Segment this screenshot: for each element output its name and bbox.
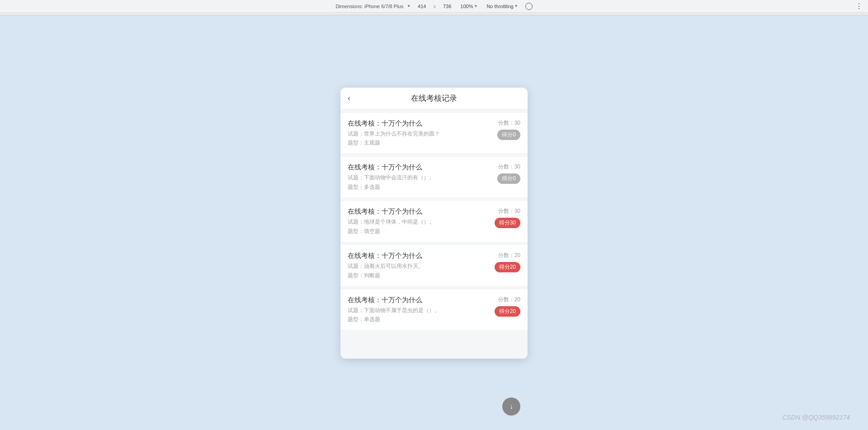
throttle-caret: ▼ bbox=[514, 4, 518, 8]
score-badge: 得分0 bbox=[497, 130, 520, 140]
height-display[interactable]: 736 bbox=[441, 3, 453, 10]
ruler-bar bbox=[0, 13, 868, 15]
record-card[interactable]: 在线考核：十万个为什么 试题：世界上为什么不存在完美的圆？ 题型：主观题 分数：… bbox=[340, 113, 528, 154]
page-header: ‹ 在线考核记录 bbox=[340, 88, 528, 109]
record-card[interactable]: 在线考核：十万个为什么 试题：下面动物中会流汗的有（）。 题型：多选题 分数：3… bbox=[340, 157, 528, 197]
score-label: 分数：30 bbox=[498, 119, 520, 127]
score-badge: 得分20 bbox=[495, 262, 520, 272]
record-type: 题型：多选题 bbox=[348, 183, 520, 191]
record-score-area: 分数：20 得分20 bbox=[495, 296, 520, 317]
back-icon: ‹ bbox=[348, 93, 350, 103]
record-type: 题型：填空题 bbox=[348, 228, 520, 235]
sync-icon[interactable] bbox=[525, 3, 533, 10]
throttle-value: No throttling bbox=[486, 4, 513, 9]
record-type: 题型：单选题 bbox=[348, 316, 520, 323]
scroll-bottom-icon: ↓ bbox=[509, 402, 513, 411]
score-label: 分数：20 bbox=[498, 252, 520, 259]
record-type: 题型：判断题 bbox=[348, 272, 520, 280]
back-button[interactable]: ‹ bbox=[348, 93, 350, 103]
record-question: 试题：下面动物中会流汗的有（）。 bbox=[348, 174, 520, 182]
device-label: Dimensions: iPhone 6/7/8 Plus bbox=[335, 4, 403, 9]
score-label: 分数：20 bbox=[498, 296, 520, 304]
zoom-value: 100% bbox=[460, 4, 473, 9]
device-info: Dimensions: iPhone 6/7/8 Plus ▼ bbox=[335, 4, 410, 9]
record-type: 题型：主观题 bbox=[348, 139, 520, 147]
devtools-bar: Dimensions: iPhone 6/7/8 Plus ▼ 414 x 73… bbox=[0, 0, 868, 13]
record-question: 试题：世界上为什么不存在完美的圆？ bbox=[348, 130, 520, 138]
records-list: 在线考核：十万个为什么 试题：世界上为什么不存在完美的圆？ 题型：主观题 分数：… bbox=[340, 109, 528, 359]
zoom-caret: ▼ bbox=[474, 4, 477, 8]
record-score-area: 分数：20 得分20 bbox=[495, 252, 520, 272]
score-label: 分数：30 bbox=[498, 207, 520, 215]
record-title: 在线考核：十万个为什么 bbox=[348, 163, 520, 172]
record-title: 在线考核：十万个为什么 bbox=[348, 119, 520, 128]
page-title: 在线考核记录 bbox=[411, 93, 457, 103]
score-badge: 得分20 bbox=[495, 306, 520, 317]
score-label: 分数：30 bbox=[498, 163, 520, 171]
phone-frame: ‹ 在线考核记录 在线考核：十万个为什么 试题：世界上为什么不存在完美的圆？ 题… bbox=[340, 88, 528, 359]
main-area: ‹ 在线考核记录 在线考核：十万个为什么 试题：世界上为什么不存在完美的圆？ 题… bbox=[0, 16, 868, 430]
score-badge: 得分30 bbox=[495, 218, 520, 228]
width-value: 414 bbox=[418, 4, 426, 9]
record-card[interactable]: 在线考核：十万个为什么 试题：油着火后可以用水扑灭。 题型：判断题 分数：20 … bbox=[340, 245, 528, 286]
record-score-area: 分数：30 得分0 bbox=[497, 119, 520, 140]
record-card[interactable]: 在线考核：十万个为什么 试题：下面动物不属于昆虫的是（）。 题型：单选题 分数：… bbox=[340, 290, 528, 330]
score-badge: 得分0 bbox=[497, 173, 520, 184]
more-menu-icon[interactable]: ⋮ bbox=[855, 2, 863, 10]
record-card[interactable]: 在线考核：十万个为什么 试题：地球是个球体，中间是（）。 题型：填空题 分数：3… bbox=[340, 201, 528, 242]
width-display[interactable]: 414 bbox=[416, 3, 428, 10]
record-score-area: 分数：30 得分30 bbox=[495, 207, 520, 228]
zoom-dropdown[interactable]: 100% ▼ bbox=[458, 3, 479, 10]
watermark: CSDN @QQ359892174 bbox=[782, 414, 850, 421]
scroll-bottom-button[interactable]: ↓ bbox=[502, 397, 520, 416]
device-caret: ▼ bbox=[407, 4, 410, 8]
record-score-area: 分数：30 得分0 bbox=[497, 163, 520, 184]
throttle-dropdown[interactable]: No throttling ▼ bbox=[485, 3, 519, 10]
height-value: 736 bbox=[443, 4, 451, 9]
dimension-separator: x bbox=[433, 4, 436, 9]
